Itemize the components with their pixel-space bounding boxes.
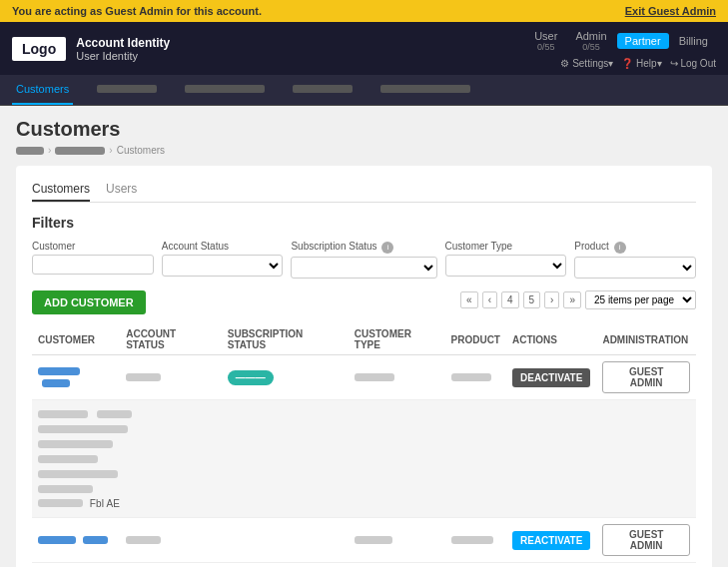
filter-product: Product i <box>574 241 696 279</box>
customer-input[interactable] <box>32 255 154 275</box>
expanded-line-2 <box>38 423 690 435</box>
subnav-item-2[interactable] <box>93 75 161 105</box>
page-title: Customers <box>16 118 712 141</box>
card-tabs: Customers Users <box>32 178 696 203</box>
cell-product <box>445 518 506 563</box>
add-customer-button[interactable]: ADD CUSTOMER <box>32 290 146 314</box>
cell-actions: REACTIVATE <box>506 518 596 563</box>
cell-customer <box>32 518 120 563</box>
banner-message: You are acting as Guest Admin for this a… <box>12 5 262 17</box>
exit-guest-admin-button[interactable]: Exit Guest Admin <box>625 5 716 17</box>
account-title: Account Identity <box>76 36 170 50</box>
subnav-item-3[interactable] <box>181 75 269 105</box>
product-select[interactable] <box>574 257 696 279</box>
cell-account-status <box>120 355 222 400</box>
breadcrumb-current: Customers <box>117 145 165 156</box>
table-row: REACTIVATE GUEST ADMIN <box>32 518 696 563</box>
header-nav-tabs: User 0/55 Admin 0/55 Partner Billing <box>526 28 716 54</box>
page-next[interactable]: › <box>544 291 559 308</box>
customer-type-select[interactable] <box>445 255 567 277</box>
reactivate-button[interactable]: REACTIVATE <box>512 531 590 550</box>
col-account-status: ACCOUNT STATUS <box>120 324 222 355</box>
filters-title: Filters <box>32 215 696 231</box>
table-row: —— REACTIVATE GUEST ADMIN <box>32 563 696 568</box>
guest-admin-banner: You are acting as Guest Admin for this a… <box>0 0 728 22</box>
cell-customer <box>32 563 120 568</box>
expanded-line-4 <box>38 453 690 465</box>
nav-tab-admin[interactable]: Admin 0/55 <box>567 28 614 54</box>
subnav-item-4[interactable] <box>289 75 357 105</box>
page-content: Customers › › Customers Customers Users … <box>0 106 728 567</box>
account-sub: User Identity <box>76 50 170 62</box>
filter-subscription-status: Subscription Status i S <box>291 241 436 279</box>
col-actions: ACTIONS <box>506 324 596 355</box>
nav-tab-billing[interactable]: Billing <box>671 33 716 49</box>
nav-tab-partner[interactable]: Partner <box>617 33 669 49</box>
sub-navigation: Customers <box>0 75 728 106</box>
logout-link[interactable]: ↪ Log Out <box>670 58 716 69</box>
cell-customer <box>32 355 120 400</box>
expanded-line-3 <box>38 438 690 450</box>
guest-admin-button[interactable]: GUEST ADMIN <box>602 524 690 556</box>
cell-subscription-status <box>222 518 349 563</box>
col-subscription-status: SUBSCRIPTION STATUS <box>222 324 349 355</box>
per-page-select-top[interactable]: 25 items per page 50 items per page <box>585 290 696 309</box>
cell-admin: GUEST ADMIN <box>596 355 696 400</box>
header-actions: ⚙ Settings▾ ❓ Help▾ ↪ Log Out <box>560 58 716 69</box>
filter-customer-type-label: Customer Type <box>445 241 567 252</box>
cell-account-status <box>120 563 222 568</box>
cell-admin: GUEST ADMIN <box>596 563 696 568</box>
nav-tab-user[interactable]: User 0/55 <box>526 28 565 54</box>
settings-link[interactable]: ⚙ Settings▾ <box>560 58 613 69</box>
filter-account-status: Account Status <box>162 241 284 279</box>
breadcrumb: › › Customers <box>16 145 712 156</box>
page-prev[interactable]: ‹ <box>482 291 497 308</box>
help-link[interactable]: ❓ Help▾ <box>621 58 661 69</box>
col-administration: ADMINISTRATION <box>596 324 696 355</box>
expanded-line-6 <box>38 483 690 495</box>
filter-customer-type: Customer Type <box>445 241 567 279</box>
page-last[interactable]: » <box>563 291 581 308</box>
subscription-status-select[interactable]: S <box>291 257 436 279</box>
cell-account-status <box>120 518 222 563</box>
cell-product <box>445 563 506 568</box>
pagination-top: « ‹ 4 5 › » 25 items per page 50 items p… <box>460 290 696 309</box>
filter-customer: Customer <box>32 241 154 279</box>
guest-admin-button[interactable]: GUEST ADMIN <box>602 361 690 393</box>
filter-subscription-status-label: Subscription Status i <box>291 241 436 254</box>
header-right: User 0/55 Admin 0/55 Partner Billing ⚙ S… <box>526 28 716 69</box>
filters-grid: Customer Account Status Subscription Sta… <box>32 241 696 279</box>
subnav-customers[interactable]: Customers <box>12 75 73 105</box>
col-customer-type: CUSTOMER TYPE <box>349 324 445 355</box>
subscription-status-info-icon[interactable]: i <box>381 242 393 254</box>
col-product: PRODUCT <box>445 324 506 355</box>
filter-product-label: Product i <box>574 241 696 254</box>
account-identity: Account Identity User Identity <box>76 36 170 62</box>
cell-subscription-status: ——— <box>222 355 349 400</box>
expanded-line-1 <box>38 408 690 420</box>
actions-row: ADD CUSTOMER « ‹ 4 5 › » 25 items per pa… <box>32 290 696 314</box>
customers-table: CUSTOMER ACCOUNT STATUS SUBSCRIPTION STA… <box>32 324 696 567</box>
expanded-line-7: FbI AE <box>38 498 690 509</box>
table-header-row: CUSTOMER ACCOUNT STATUS SUBSCRIPTION STA… <box>32 324 696 355</box>
logo[interactable]: Logo <box>12 37 66 61</box>
subnav-item-5[interactable] <box>376 75 474 105</box>
cell-actions: REACTIVATE <box>506 563 596 568</box>
cell-product <box>445 355 506 400</box>
table-row: ——— DEACTIVATE GUEST ADMIN <box>32 355 696 400</box>
cell-admin: GUEST ADMIN <box>596 518 696 563</box>
product-info-icon[interactable]: i <box>614 242 626 254</box>
col-customer: CUSTOMER <box>32 324 120 355</box>
tab-users[interactable]: Users <box>106 178 137 202</box>
status-badge: ——— <box>228 370 274 385</box>
tab-customers[interactable]: Customers <box>32 178 90 202</box>
deactivate-button[interactable]: DEACTIVATE <box>512 368 590 387</box>
filter-customer-label: Customer <box>32 241 154 252</box>
page-4[interactable]: 4 <box>501 291 519 308</box>
cell-actions: DEACTIVATE <box>506 355 596 400</box>
expanded-cell: FbI AE <box>32 400 696 518</box>
cell-customer-type <box>349 563 445 568</box>
account-status-select[interactable] <box>162 255 284 277</box>
page-prev-prev[interactable]: « <box>460 291 478 308</box>
page-5[interactable]: 5 <box>523 291 541 308</box>
